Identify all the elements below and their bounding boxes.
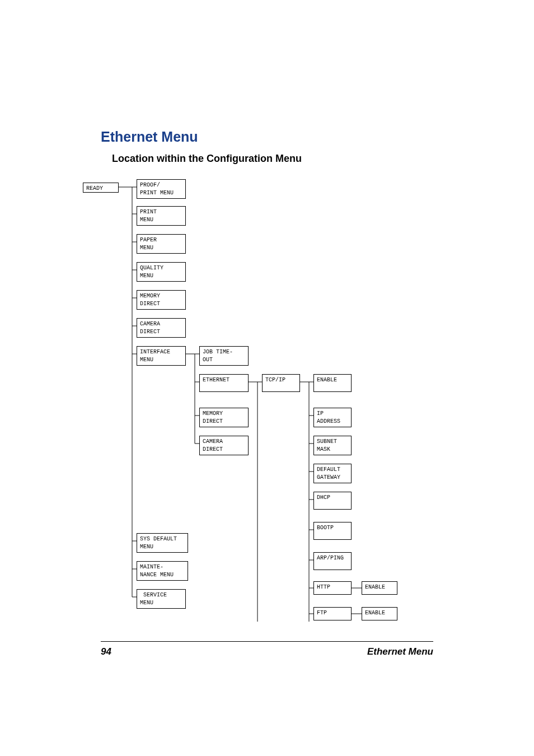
box-arp-ping: ARP/PING xyxy=(313,552,352,570)
box-memory-direct: MEMORY DIRECT xyxy=(137,290,186,310)
page-footer: 94 Ethernet Menu xyxy=(101,641,433,657)
box-ethernet: ETHERNET xyxy=(199,374,249,392)
box-default-gateway: DEFAULT GATEWAY xyxy=(313,464,352,483)
box-ip-address: IP ADDRESS xyxy=(313,408,352,427)
box-bootp: BOOTP xyxy=(313,522,352,540)
box-camera-direct-2: CAMERA DIRECT xyxy=(199,436,249,455)
page-number: 94 xyxy=(101,646,111,657)
box-maintenance-menu: MAINTE- NANCE MENU xyxy=(137,561,188,581)
box-subnet-mask: SUBNET MASK xyxy=(313,436,352,455)
box-ftp-enable: ENABLE xyxy=(362,607,397,620)
box-ready: READY xyxy=(83,183,119,193)
box-ftp: FTP xyxy=(313,607,352,620)
box-memory-direct-2: MEMORY DIRECT xyxy=(199,408,249,427)
box-camera-direct: CAMERA DIRECT xyxy=(137,318,186,338)
box-sys-default-menu: SYS DEFAULT MENU xyxy=(137,533,188,553)
footer-section: Ethernet Menu xyxy=(367,646,433,657)
page-title: Ethernet Menu xyxy=(101,129,433,145)
menu-diagram: READY PROOF/ PRINT MENU PRINT MENU PAPER… xyxy=(83,179,430,622)
box-print-menu: PRINT MENU xyxy=(137,206,186,226)
box-http: HTTP xyxy=(313,581,352,595)
section-subtitle: Location within the Configuration Menu xyxy=(112,153,433,165)
box-tcpip: TCP/IP xyxy=(262,374,300,392)
box-dhcp: DHCP xyxy=(313,492,352,510)
box-enable: ENABLE xyxy=(313,374,352,392)
box-quality-menu: QUALITY MENU xyxy=(137,262,186,282)
box-service-menu: SERVICE MENU xyxy=(137,589,186,609)
box-interface-menu: INTERFACE MENU xyxy=(137,346,186,366)
box-paper-menu: PAPER MENU xyxy=(137,234,186,254)
box-job-timeout: JOB TIME- OUT xyxy=(199,346,249,366)
box-proof-print-menu: PROOF/ PRINT MENU xyxy=(137,179,186,199)
box-http-enable: ENABLE xyxy=(362,581,397,595)
connector-lines xyxy=(83,179,430,622)
